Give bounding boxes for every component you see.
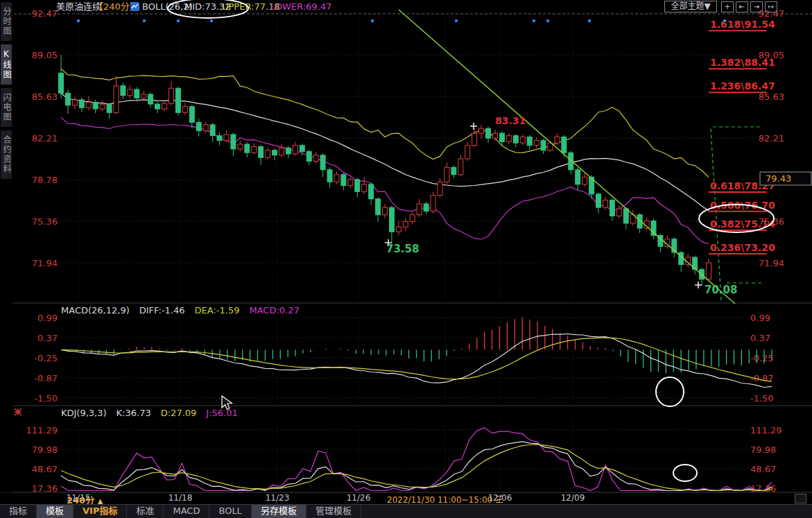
svg-text:85.63: 85.63: [759, 92, 784, 102]
sidebar-tab-闪电图[interactable]: 闪电图: [1, 88, 12, 127]
chart-toolbar: +⇤⇥↦: [721, 1, 777, 12]
macd-diff-value: DIFF:-1.46: [139, 305, 185, 316]
kdj-k-value: K:36.73: [116, 408, 151, 418]
svg-text:70.08: 70.08: [705, 284, 737, 296]
svg-text:79.43: 79.43: [766, 173, 791, 184]
kdj-j-value: J:56.01: [206, 408, 237, 418]
bottom-tab-VIP指标[interactable]: VIP指标: [74, 505, 127, 518]
svg-text:111.29: 111.29: [750, 425, 782, 435]
bottom-tab-MACD[interactable]: MACD: [164, 505, 209, 518]
svg-text:1.618\91.54: 1.618\91.54: [710, 19, 775, 30]
compress-x-axis-button[interactable]: ⇤: [736, 1, 748, 12]
svg-text:0.37: 0.37: [37, 333, 58, 343]
kdj-title: KDJ(9,3,3): [61, 408, 107, 418]
bottom-tab-模板[interactable]: 模板: [37, 505, 74, 518]
svg-text:1.382\88.41: 1.382\88.41: [710, 57, 775, 68]
svg-text:0.99: 0.99: [750, 313, 770, 323]
svg-text:85.63: 85.63: [32, 92, 58, 102]
svg-text:73.58: 73.58: [386, 243, 419, 255]
svg-text:0.500\76.70: 0.500\76.70: [710, 200, 775, 211]
crosshair-tool-button[interactable]: +: [721, 1, 734, 12]
time-axis-date: 11/23: [266, 493, 290, 503]
svg-text:89.05: 89.05: [759, 50, 784, 60]
bottom-tab-另存模板[interactable]: 另存模板: [252, 505, 306, 518]
scroll-handle[interactable]: [795, 494, 806, 503]
svg-text:48.67: 48.67: [32, 464, 58, 474]
svg-text:0.382\75.14: 0.382\75.14: [710, 218, 775, 230]
time-axis-date: 11/18: [169, 493, 193, 503]
svg-text:83.31: 83.31: [495, 115, 526, 126]
svg-text:-0.87: -0.87: [34, 373, 58, 383]
svg-text:-1.50: -1.50: [34, 393, 58, 404]
svg-text:0.37: 0.37: [750, 333, 770, 343]
svg-text:0.236\73.20: 0.236\73.20: [710, 242, 775, 253]
kdj-d-value: D:27.09: [161, 408, 197, 418]
svg-text:89.05: 89.05: [32, 50, 58, 60]
time-axis-date: 11/26: [347, 493, 371, 503]
svg-text:79.98: 79.98: [32, 444, 58, 455]
kdj-panel-header: KDJ(9,3,3) K:36.73 D:27.09 J:56.01: [61, 408, 238, 418]
line-chart-icon: [130, 2, 139, 11]
bottom-tab-指标[interactable]: 指标: [0, 505, 37, 518]
svg-text:71.94: 71.94: [32, 258, 58, 268]
svg-text:-0.25: -0.25: [34, 353, 58, 363]
page-forward-button[interactable]: ↦: [765, 1, 777, 12]
macd-macd-value: MACD:0.27: [249, 305, 299, 316]
macd-panel-header: MACD(26,12,9) DIFF:-1.46 DEA:-1.59 MACD:…: [61, 305, 300, 316]
boll-lower-value: LOWER:69.47: [270, 1, 331, 13]
svg-text:0.618\78.27: 0.618\78.27: [710, 180, 775, 191]
expand-x-axis-button[interactable]: ⇥: [750, 1, 763, 12]
svg-text:82.21: 82.21: [32, 133, 58, 144]
trading-app-window: { "header": { "title": "美原油连续", "period"…: [0, 0, 812, 518]
time-axis: 240分 ▲ 11/1511/1811/2311/262022/11/30 11…: [0, 492, 812, 504]
svg-text:79.98: 79.98: [750, 444, 776, 455]
bottom-tab-标准[interactable]: 标准: [127, 505, 164, 518]
svg-text:0.99: 0.99: [37, 313, 58, 323]
svg-text:78.78: 78.78: [32, 175, 58, 185]
sidebar-tab-K线图[interactable]: K线图: [1, 44, 12, 85]
macd-title: MACD(26,12,9): [61, 305, 130, 316]
annotation-overlay: [0, 0, 812, 518]
bottom-tab-BOLL[interactable]: BOLL: [209, 505, 251, 518]
svg-text:1.236\86.47: 1.236\86.47: [710, 80, 775, 92]
svg-text:71.94: 71.94: [759, 258, 784, 268]
macd-dea-value: DEA:-1.59: [195, 305, 240, 316]
svg-text:-0.25: -0.25: [750, 353, 774, 363]
svg-text:82.21: 82.21: [759, 133, 784, 144]
svg-text:75.36: 75.36: [32, 216, 58, 227]
svg-text:75.36: 75.36: [759, 216, 784, 227]
svg-text:-0.87: -0.87: [750, 373, 774, 383]
bottom-tab-管理模板[interactable]: 管理模板: [306, 505, 361, 518]
svg-text:78.78: 78.78: [759, 175, 784, 185]
svg-text:111.29: 111.29: [26, 425, 58, 435]
svg-text:-1.50: -1.50: [750, 393, 774, 404]
time-axis-date: 12/06: [488, 493, 512, 503]
left-sidebar: 分时图K线图闪电图合约资料: [0, 0, 12, 492]
time-axis-date: 12/09: [561, 493, 585, 503]
bottom-tab-bar: 指标模板VIP指标标准MACDBOLL另存模板管理模板: [0, 504, 812, 518]
sidebar-tab-合约资料[interactable]: 合约资料: [1, 130, 12, 179]
time-axis-date: 11/15: [67, 493, 91, 503]
theme-dropdown-button[interactable]: 全部主题▼: [664, 1, 717, 12]
chart-canvas[interactable]: 92.4792.4789.0589.0585.6385.6382.2182.21…: [0, 0, 812, 518]
svg-text:48.67: 48.67: [750, 464, 776, 474]
